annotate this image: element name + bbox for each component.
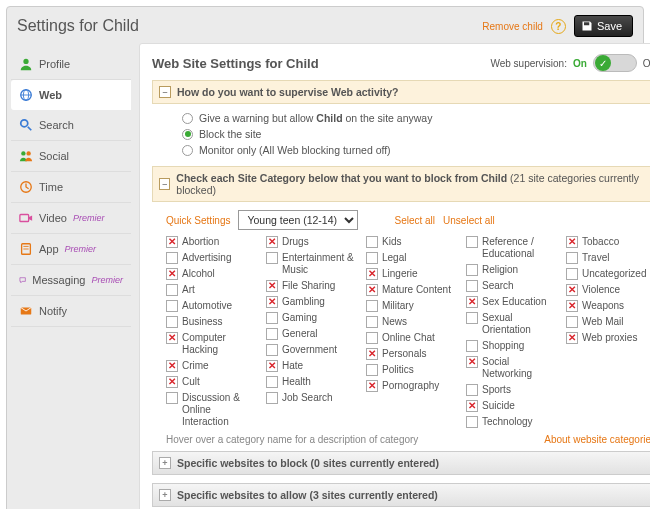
sidebar-label: Social (39, 150, 69, 162)
supervision-toggle[interactable]: ✓ (593, 54, 637, 72)
cat-business[interactable]: Business (166, 316, 256, 328)
cat-religion[interactable]: Religion (466, 264, 556, 276)
allow-sites-header[interactable]: + Specific websites to allow (3 sites cu… (152, 483, 650, 507)
sidebar-item-video[interactable]: Video Premier (11, 203, 131, 234)
cat-tobacco[interactable]: ✕Tobacco (566, 236, 650, 248)
cat-weapons[interactable]: ✕Weapons (566, 300, 650, 312)
cat-health[interactable]: Health (266, 376, 356, 388)
cat-gaming[interactable]: Gaming (266, 312, 356, 324)
cat-entertainment[interactable]: Entertainment & Music (266, 252, 356, 276)
cat-filesharing[interactable]: ✕File Sharing (266, 280, 356, 292)
cat-onlinechat[interactable]: Online Chat (366, 332, 456, 344)
quick-settings-select[interactable]: Young teen (12-14) (238, 210, 358, 230)
help-icon[interactable]: ? (551, 19, 566, 34)
cat-kids[interactable]: Kids (366, 236, 456, 248)
select-all-link[interactable]: Select all (394, 215, 435, 226)
cat-art[interactable]: Art (166, 284, 256, 296)
cat-webmail[interactable]: Web Mail (566, 316, 650, 328)
cat-automotive[interactable]: Automotive (166, 300, 256, 312)
categories-grid: ✕Abortion Advertising ✕Alcohol Art Autom… (166, 236, 650, 428)
cat-suicide[interactable]: ✕Suicide (466, 400, 556, 412)
cat-gambling[interactable]: ✕Gambling (266, 296, 356, 308)
premier-label: Premier (73, 213, 105, 223)
cat-government[interactable]: Government (266, 344, 356, 356)
sidebar-item-messaging[interactable]: Messaging Premier (11, 265, 131, 296)
cat-sexualorient[interactable]: Sexual Orientation (466, 312, 556, 336)
cat-sexed[interactable]: ✕Sex Education (466, 296, 556, 308)
sidebar-label: App (39, 243, 59, 255)
cat-socialnet[interactable]: ✕Social Networking (466, 356, 556, 380)
radio-block[interactable]: Block the site (182, 128, 650, 140)
cat-military[interactable]: Military (366, 300, 456, 312)
remove-child-link[interactable]: Remove child (482, 21, 543, 32)
app-icon (19, 242, 33, 256)
cat-legal[interactable]: Legal (366, 252, 456, 264)
cat-alcohol[interactable]: ✕Alcohol (166, 268, 256, 280)
sidebar-item-web[interactable]: Web (11, 80, 131, 110)
cat-drugs[interactable]: ✕Drugs (266, 236, 356, 248)
cat-sports[interactable]: Sports (466, 384, 556, 396)
supervise-header[interactable]: – How do you want to supervise Web activ… (152, 80, 650, 104)
cat-crime[interactable]: ✕Crime (166, 360, 256, 372)
sidebar-item-time[interactable]: Time (11, 172, 131, 203)
supervise-question: How do you want to supervise Web activit… (177, 86, 399, 98)
cat-mature[interactable]: ✕Mature Content (366, 284, 456, 296)
search-icon (19, 118, 33, 132)
cat-discussion[interactable]: Discussion & Online Interaction (166, 392, 256, 428)
hover-hint: Hover over a category name for a descrip… (166, 434, 418, 445)
person-icon (19, 57, 33, 71)
categories-header[interactable]: – Check each Site Category below that yo… (152, 166, 650, 202)
cat-jobsearch[interactable]: Job Search (266, 392, 356, 404)
radio-warn[interactable]: Give a warning but allow Child on the si… (182, 112, 650, 124)
sidebar-item-notify[interactable]: Notify (11, 296, 131, 327)
svg-point-4 (21, 120, 28, 127)
quick-settings-label: Quick Settings (166, 215, 230, 226)
sidebar-label: Search (39, 119, 74, 131)
cat-shopping[interactable]: Shopping (466, 340, 556, 352)
cat-lingerie[interactable]: ✕Lingerie (366, 268, 456, 280)
cat-travel[interactable]: Travel (566, 252, 650, 264)
cat-uncategorized[interactable]: Uncategorized (566, 268, 650, 280)
sidebar-item-social[interactable]: Social (11, 141, 131, 172)
premier-label: Premier (91, 275, 123, 285)
save-label: Save (597, 20, 622, 32)
collapse-icon: – (159, 86, 171, 98)
cat-politics[interactable]: Politics (366, 364, 456, 376)
svg-line-5 (28, 127, 32, 131)
unselect-all-link[interactable]: Unselect all (443, 215, 495, 226)
cat-webproxies[interactable]: ✕Web proxies (566, 332, 650, 344)
supervision-off: Off (643, 58, 650, 69)
cat-advertising[interactable]: Advertising (166, 252, 256, 264)
cat-abortion[interactable]: ✕Abortion (166, 236, 256, 248)
cat-violence[interactable]: ✕Violence (566, 284, 650, 296)
sidebar-item-search[interactable]: Search (11, 110, 131, 141)
about-categories-link[interactable]: About website categories (544, 434, 650, 445)
svg-point-7 (26, 151, 30, 155)
sidebar-item-app[interactable]: App Premier (11, 234, 131, 265)
svg-point-6 (21, 151, 25, 155)
expand-icon: + (159, 489, 171, 501)
mail-icon (19, 304, 33, 318)
content-panel: Web Site Settings for Child Web supervis… (139, 43, 650, 509)
clock-icon (19, 180, 33, 194)
sidebar-label: Messaging (32, 274, 85, 286)
cat-cult[interactable]: ✕Cult (166, 376, 256, 388)
sidebar-item-profile[interactable]: Profile (11, 49, 131, 80)
radio-monitor[interactable]: Monitor only (All Web blocking turned of… (182, 144, 650, 156)
cat-search[interactable]: Search (466, 280, 556, 292)
cat-hate[interactable]: ✕Hate (266, 360, 356, 372)
cat-news[interactable]: News (366, 316, 456, 328)
save-button[interactable]: Save (574, 15, 633, 37)
cat-reference[interactable]: Reference / Educational (466, 236, 556, 260)
cat-general[interactable]: General (266, 328, 356, 340)
block-sites-header[interactable]: + Specific websites to block (0 sites cu… (152, 451, 650, 475)
cat-pornography[interactable]: ✕Pornography (366, 380, 456, 392)
sidebar-label: Time (39, 181, 63, 193)
cat-technology[interactable]: Technology (466, 416, 556, 428)
sidebar-label: Notify (39, 305, 67, 317)
cat-personals[interactable]: ✕Personals (366, 348, 456, 360)
social-icon (19, 149, 33, 163)
collapse-icon: – (159, 178, 170, 190)
cat-hacking[interactable]: ✕Computer Hacking (166, 332, 256, 356)
save-icon (581, 20, 593, 32)
